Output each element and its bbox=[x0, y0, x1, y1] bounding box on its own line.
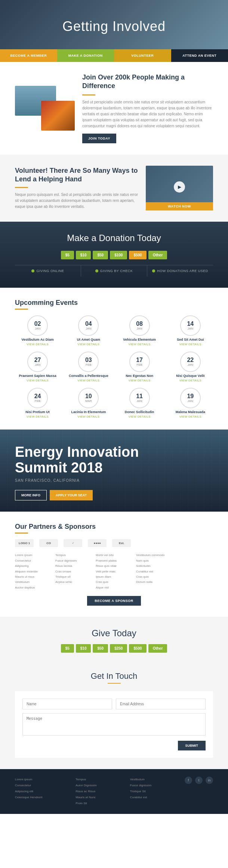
event-month: Jan bbox=[137, 399, 142, 403]
event-circle: 04 Jan bbox=[78, 315, 99, 336]
amount-5[interactable]: $5 bbox=[61, 251, 74, 259]
event-title: Nisi Quisque Velit bbox=[168, 374, 213, 378]
sponsor-item: Fusce dignissim bbox=[55, 558, 92, 563]
event-link[interactable]: View Details bbox=[15, 343, 60, 346]
volunteer-section: Volunteer! There Are So Many Ways to Len… bbox=[0, 154, 228, 222]
play-button[interactable]: ▶ bbox=[174, 181, 185, 193]
join-images bbox=[15, 86, 75, 131]
event-month: Jan bbox=[188, 399, 193, 403]
event-link[interactable]: View Details bbox=[117, 343, 162, 346]
footer-item: Proin Sit bbox=[76, 800, 96, 806]
event-month: Jan bbox=[188, 363, 193, 366]
event-circle: 24 Feb bbox=[27, 388, 48, 408]
give-amount-button[interactable]: Other bbox=[148, 644, 167, 653]
contact-form: Submit bbox=[15, 691, 213, 758]
summit-register-button[interactable]: Apply Your Seat bbox=[50, 490, 93, 500]
event-link[interactable]: View Details bbox=[168, 415, 213, 418]
event-title: Praesent Sapien Massa bbox=[15, 374, 60, 378]
event-card: 11 Jan Donec Sollicitudin View Details bbox=[117, 388, 162, 418]
summit-learn-button[interactable]: More Info bbox=[15, 490, 47, 500]
linkedin-icon[interactable]: in bbox=[206, 777, 213, 784]
footer-column: TempusAuror DignissimRisus ac RisusMauri… bbox=[76, 777, 96, 806]
amount-100[interactable]: $100 bbox=[110, 251, 127, 259]
name-input[interactable] bbox=[22, 699, 112, 709]
twitter-icon[interactable]: t bbox=[195, 777, 203, 784]
sponsor-column: Vestibulum commodoNam quisSollicitudinCu… bbox=[136, 553, 173, 590]
footer: Lorem ipsumConsecteturAdipiscing elitCel… bbox=[0, 769, 228, 814]
give-amount-button[interactable]: $5 bbox=[61, 644, 74, 653]
sponsor-item: Consectetur bbox=[15, 558, 52, 563]
sponsor-item: Mauris ut risus bbox=[15, 574, 52, 580]
how-donations-used[interactable]: How Donations Are Used bbox=[147, 265, 213, 277]
events-grid: 02 Jan Vestibulum Ac Diam View Details 0… bbox=[15, 315, 213, 418]
event-card: 10 Mar Lacinia In Elementum View Details bbox=[66, 388, 111, 418]
event-link[interactable]: View Details bbox=[117, 379, 162, 382]
event-title: Sed Sit Amet Dui bbox=[168, 338, 213, 341]
event-day: 22 bbox=[187, 357, 194, 363]
event-link[interactable]: View Details bbox=[15, 415, 60, 418]
event-title: Ut Amet Quam bbox=[66, 338, 111, 341]
sponsor-logo: ●●●● bbox=[88, 539, 107, 547]
event-month: Jan bbox=[86, 327, 91, 330]
event-link[interactable]: View Details bbox=[15, 379, 60, 382]
giving-by-check[interactable]: Giving by Check bbox=[81, 265, 147, 277]
event-day: 03 bbox=[85, 357, 92, 363]
join-button[interactable]: Join Today bbox=[82, 134, 116, 143]
event-link[interactable]: View Details bbox=[66, 415, 111, 418]
hero-section: Getting Involved bbox=[0, 0, 228, 49]
give-amount-button[interactable]: $50 bbox=[93, 644, 108, 653]
sponsor-item: Auctor dapibus bbox=[15, 585, 52, 590]
event-link[interactable]: View Details bbox=[117, 415, 162, 418]
event-title: Vehicula Elementum bbox=[117, 338, 162, 341]
events-divider bbox=[15, 309, 28, 310]
sponsors-divider bbox=[15, 533, 28, 534]
event-circle: 08 Jan bbox=[129, 315, 150, 336]
video-thumbnail[interactable]: ▶ Watch Now bbox=[146, 166, 213, 210]
event-card: 17 Feb Nec Egestas Non View Details bbox=[117, 352, 162, 382]
amount-other[interactable]: Other bbox=[148, 251, 167, 259]
submit-button[interactable]: Submit bbox=[178, 741, 206, 750]
event-link[interactable]: View Details bbox=[66, 343, 111, 346]
sponsors-list: Lorem ipsumConsecteturAdipiscingAliquam … bbox=[15, 553, 213, 590]
join-text: Join Over 200k People Making a Differenc… bbox=[82, 73, 213, 143]
sponsor-item: Vestibulum bbox=[15, 580, 52, 585]
tab-volunteer[interactable]: Volunteer bbox=[114, 49, 171, 62]
give-amount-button[interactable]: $10 bbox=[76, 644, 91, 653]
footer-item: Tristique Sit bbox=[130, 789, 151, 794]
event-link[interactable]: View Details bbox=[168, 379, 213, 382]
footer-column: Lorem ipsumConsecteturAdipiscing elitCel… bbox=[15, 777, 42, 800]
give-amount-button[interactable]: $500 bbox=[129, 644, 146, 653]
sponsor-item: Cras ornare bbox=[55, 569, 92, 574]
amount-10[interactable]: $10 bbox=[76, 251, 91, 259]
event-month: Feb bbox=[86, 363, 92, 366]
event-title: Nisi Pretium Ut bbox=[15, 410, 60, 414]
tab-attend-event[interactable]: Attend an Event bbox=[171, 49, 228, 62]
sponsor-item: Atque nisl bbox=[96, 585, 132, 590]
donation-amounts: $5 $10 $50 $100 $500 Other bbox=[15, 251, 213, 259]
event-day: 04 bbox=[85, 321, 92, 327]
event-link[interactable]: View Details bbox=[66, 379, 111, 382]
footer-column: VestibulumFusce dignissimTristique SitCu… bbox=[130, 777, 151, 800]
event-day: 24 bbox=[34, 393, 41, 399]
event-day: 27 bbox=[34, 357, 41, 363]
sponsor-item: Acpina vehic bbox=[55, 580, 92, 585]
give-amount-button[interactable]: $250 bbox=[110, 644, 127, 653]
hero-title: Getting Involved bbox=[7, 19, 221, 34]
message-input[interactable] bbox=[22, 713, 206, 736]
give-heading: Give Today bbox=[15, 628, 213, 638]
sponsors-logos: LOGO 1CO♂●●●●Est. bbox=[15, 539, 213, 547]
sponsor-column: Lorem ipsumConsecteturAdipiscingAliquam … bbox=[15, 553, 52, 590]
summit-section: Energy InnovationSummit 2018 San Francis… bbox=[0, 430, 228, 512]
amount-50[interactable]: $50 bbox=[93, 251, 108, 259]
event-card: 19 Jan Malena Malesuada View Details bbox=[168, 388, 213, 418]
amount-500[interactable]: $500 bbox=[129, 251, 146, 259]
facebook-icon[interactable]: f bbox=[185, 777, 192, 784]
giving-online[interactable]: Giving Online bbox=[15, 265, 81, 277]
tab-become-member[interactable]: Become a Member bbox=[0, 49, 57, 62]
watch-now-button[interactable]: Watch Now bbox=[146, 202, 213, 210]
tab-make-donation[interactable]: Make a Donation bbox=[57, 49, 114, 62]
event-link[interactable]: View Details bbox=[168, 343, 213, 346]
email-input[interactable] bbox=[116, 699, 206, 709]
become-sponsor-button[interactable]: Become a Sponsor bbox=[87, 596, 141, 606]
form-row-1 bbox=[22, 699, 206, 709]
